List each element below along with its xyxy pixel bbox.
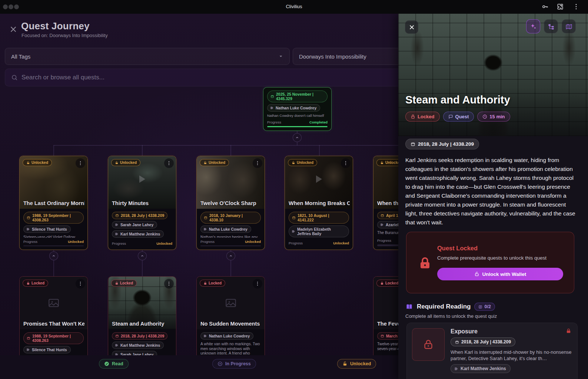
collapse-node-button[interactable] (293, 133, 302, 142)
quest-tag-badge: Karl Matthew Jenkins (112, 342, 164, 349)
play-icon (139, 175, 145, 183)
lock-open-icon (474, 271, 479, 277)
card-menu-kebab-icon[interactable] (164, 158, 174, 168)
quest-detail-title: Steam and Authority (405, 94, 510, 106)
required-reading-title: Required Reading (417, 303, 471, 310)
lock-open-icon (115, 161, 119, 165)
progress-row: Progress Unlocked (112, 241, 172, 245)
quest-cover-image: Unlocked When Morning Breaks Cold (285, 156, 353, 209)
quest-card-when-morning-breaks-cold[interactable]: Unlocked When Morning Breaks Cold 1821, … (285, 156, 353, 250)
tags-filter-select[interactable]: All Tags (5, 48, 290, 65)
lock-icon (418, 257, 432, 270)
quest-card-title: The Last Ordinary Morning (23, 200, 84, 206)
card-menu-kebab-icon[interactable] (76, 279, 85, 289)
map-button[interactable] (562, 19, 576, 33)
focus-filter-value: Doorways Into Impossibility (299, 53, 366, 60)
quest-tag-badge: Madelyn Elizabeth Jeffries Baily (289, 225, 349, 237)
card-menu-kebab-icon[interactable] (164, 279, 174, 289)
quest-tag-badge: Natha Luke Cowdrey (200, 225, 251, 233)
calendar-icon (292, 216, 296, 220)
quest-card-completed[interactable]: 2025, 25 November | 4345.329 Nathan Luke… (263, 87, 332, 131)
lock-icon (203, 281, 207, 285)
lock-icon (411, 114, 415, 119)
reading-item-locked-thumbnail (412, 328, 445, 361)
lock-icon (26, 281, 30, 285)
quest-card-twelve-oclock-sharp[interactable]: Unlocked Twelve O'Clock Sharp 2018, 10 J… (196, 156, 265, 250)
card-menu-kebab-icon[interactable] (76, 158, 85, 168)
lock-open-icon (342, 361, 348, 366)
quest-date-badge: 2018, 10 January | 4338.10 (200, 212, 261, 224)
quest-type-badge: Quest (443, 112, 474, 122)
legend-in-progress[interactable]: In Progress (212, 359, 256, 369)
status-badge: Unlocked (111, 159, 140, 166)
quest-card-title: When Morning Breaks Cold (289, 200, 350, 206)
card-menu-kebab-icon[interactable] (253, 279, 262, 289)
quest-card-title: Thirty Minutes (112, 200, 173, 206)
quest-card-title: Promises That Won't Keep (23, 321, 84, 327)
lock-open-icon (292, 161, 295, 165)
play-circle-icon (217, 361, 223, 366)
list-icon (478, 305, 482, 309)
quest-tag-badge: Nathan Luke Cowdrey (267, 104, 320, 112)
extensions-puzzle-icon[interactable] (557, 3, 564, 10)
tag-icon (26, 348, 30, 352)
quest-locked-title: Quest Locked (437, 245, 478, 252)
status-badge: Locked (200, 280, 225, 287)
quest-tag-badge: Silence That Hunts (23, 225, 71, 233)
quest-tree-button[interactable] (544, 19, 558, 33)
panel-close-button[interactable] (405, 20, 418, 34)
app-window: Clivilius Quest Journey Focused on: Door… (0, 0, 588, 379)
check-circle-icon (104, 361, 109, 366)
quest-date-badge: 1821, 10 August | 4141.222 (289, 212, 349, 224)
calendar-icon (381, 214, 384, 217)
collapse-node-button[interactable] (49, 251, 58, 260)
play-icon (316, 175, 322, 183)
legend-read[interactable]: Read (99, 359, 129, 369)
collapse-node-button[interactable] (138, 251, 147, 260)
quest-cover-image: Unlocked The Last Ordinary Morning (20, 156, 87, 209)
progress-bar (23, 245, 84, 246)
open-book-icon (405, 303, 413, 311)
lock-icon (115, 281, 119, 285)
image-placeholder-icon (225, 297, 237, 309)
tag-icon (26, 227, 30, 231)
tags-filter-value: All Tags (11, 53, 30, 60)
page-title: Quest Journey (21, 20, 90, 32)
lock-icon (380, 281, 384, 285)
close-journey-icon[interactable] (9, 25, 17, 33)
quest-description: Nathan Cowdrey doesn't call himself an a… (267, 113, 328, 118)
password-key-icon[interactable] (541, 3, 549, 10)
lock-icon (423, 339, 434, 350)
hierarchy-icon (548, 23, 555, 30)
required-reading-header: Required Reading 0/2 (405, 303, 495, 311)
card-menu-kebab-icon[interactable] (253, 158, 262, 168)
quest-detail-description: Karl Jenkins seeks redemption in scaldin… (405, 156, 577, 227)
quest-locked-box: Quest Locked Complete prerequisite quest… (406, 232, 574, 293)
reading-item-description: When Karl is interrupted mid-shower by h… (451, 349, 572, 362)
ai-sparkles-button[interactable] (526, 19, 540, 33)
calendar-icon (270, 95, 274, 98)
duration-badge: 15 min (477, 112, 510, 122)
quest-cover-placeholder: Locked No Sudden Movements (197, 277, 265, 329)
connector-line (319, 145, 320, 156)
map-icon (565, 23, 572, 30)
unlock-with-wallet-button[interactable]: Unlock with Wallet (437, 268, 563, 280)
reading-item-title: Exposure (451, 328, 572, 335)
quest-card-thirty-minutes[interactable]: Unlocked Thirty Minutes 2018, 28 July | … (108, 156, 176, 250)
lock-open-icon (26, 161, 30, 165)
locked-badge: Locked (405, 112, 440, 122)
status-badge: Unlocked (288, 159, 317, 166)
collapse-node-button[interactable] (226, 251, 235, 260)
tag-icon (292, 230, 295, 233)
legend-unlocked[interactable]: Unlocked (337, 359, 376, 369)
card-menu-kebab-icon[interactable] (341, 158, 351, 168)
progress-row: Progress Unlocked (23, 240, 84, 244)
browser-menu-kebab-icon[interactable] (572, 3, 580, 10)
quest-card-title: Steam and Authority (112, 321, 173, 327)
tag-icon (115, 343, 119, 347)
reading-item-exposure[interactable]: Exposure 2018, 28 July | 4338.209 When K… (406, 323, 578, 379)
quest-card-the-last-ordinary-morning[interactable]: Unlocked The Last Ordinary Morning 1988,… (19, 156, 88, 250)
progress-row: Progress Completed (267, 120, 328, 124)
quest-cover-placeholder: Locked Promises That Won't Keep (20, 277, 87, 329)
quest-description: Sixteen-year-old Violet Dallow wakes to … (23, 235, 84, 238)
